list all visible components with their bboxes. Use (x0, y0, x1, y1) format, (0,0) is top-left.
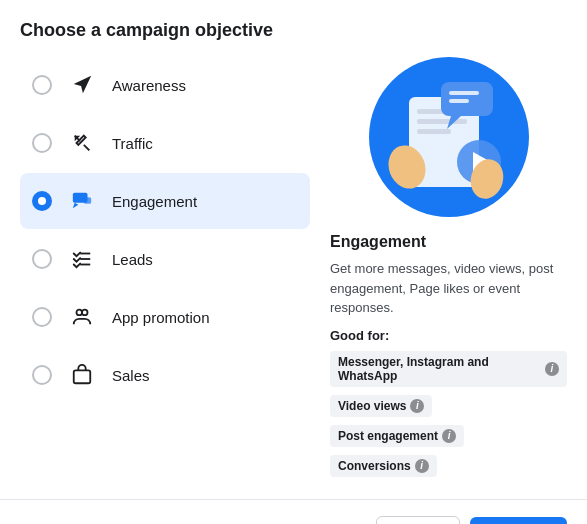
option-leads[interactable]: Leads (20, 231, 310, 287)
info-icon[interactable]: i (545, 362, 559, 376)
svg-point-8 (82, 310, 88, 316)
radio-awareness (32, 75, 52, 95)
radio-leads (32, 249, 52, 269)
leads-icon (64, 241, 100, 277)
continue-button[interactable]: Continue (470, 517, 567, 525)
awareness-icon (64, 67, 100, 103)
option-label-sales: Sales (112, 367, 150, 384)
info-icon[interactable]: i (410, 399, 424, 413)
traffic-icon (64, 125, 100, 161)
option-label-app-promotion: App promotion (112, 309, 210, 326)
radio-sales (32, 365, 52, 385)
footer-buttons: Cancel Continue (376, 516, 567, 525)
dialog-content: AwarenessTrafficEngagementLeadsApp promo… (20, 57, 567, 483)
tag-label: Video views (338, 399, 406, 413)
dialog-title: Choose a campaign objective (20, 20, 567, 41)
option-app-promotion[interactable]: App promotion (20, 289, 310, 345)
option-label-traffic: Traffic (112, 135, 153, 152)
good-for-label: Good for: (330, 328, 567, 343)
radio-traffic (32, 133, 52, 153)
option-traffic[interactable]: Traffic (20, 115, 310, 171)
option-label-engagement: Engagement (112, 193, 197, 210)
detail-title: Engagement (330, 233, 567, 251)
options-list: AwarenessTrafficEngagementLeadsApp promo… (20, 57, 310, 483)
detail-panel: Engagement Get more messages, video view… (310, 57, 567, 483)
info-icon[interactable]: i (415, 459, 429, 473)
tag-label: Messenger, Instagram and WhatsApp (338, 355, 541, 383)
option-label-leads: Leads (112, 251, 153, 268)
radio-engagement (32, 191, 52, 211)
sales-icon (64, 357, 100, 393)
svg-rect-17 (449, 99, 469, 103)
svg-rect-13 (417, 129, 451, 134)
engagement-icon (64, 183, 100, 219)
option-label-awareness: Awareness (112, 77, 186, 94)
app-promotion-icon (64, 299, 100, 335)
good-for-tag: Messenger, Instagram and WhatsAppi (330, 351, 567, 387)
svg-rect-3 (84, 197, 91, 203)
tag-label: Conversions (338, 459, 411, 473)
option-awareness[interactable]: Awareness (20, 57, 310, 113)
engagement-illustration (369, 57, 529, 217)
campaign-objective-dialog: Choose a campaign objective AwarenessTra… (0, 0, 587, 483)
svg-marker-2 (73, 203, 79, 209)
svg-rect-9 (74, 370, 91, 383)
tags-list: Messenger, Instagram and WhatsAppiVideo … (330, 351, 567, 483)
good-for-tag: Video viewsi (330, 395, 432, 417)
option-sales[interactable]: Sales (20, 347, 310, 403)
tag-label: Post engagement (338, 429, 438, 443)
info-icon[interactable]: i (442, 429, 456, 443)
dialog-footer: Learn more Cancel Continue (0, 499, 587, 525)
option-engagement[interactable]: Engagement (20, 173, 310, 229)
good-for-tag: Conversionsi (330, 455, 437, 477)
svg-rect-12 (417, 119, 467, 124)
radio-app-promotion (32, 307, 52, 327)
svg-rect-16 (449, 91, 479, 95)
cancel-button[interactable]: Cancel (376, 516, 460, 525)
detail-description: Get more messages, video views, post eng… (330, 259, 567, 318)
good-for-tag: Post engagementi (330, 425, 464, 447)
